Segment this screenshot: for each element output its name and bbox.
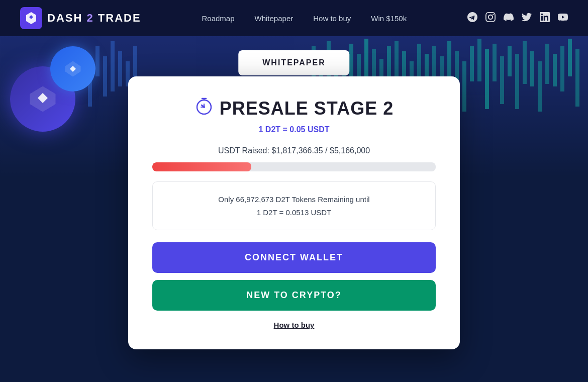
telegram-icon[interactable] — [467, 12, 477, 25]
presale-card: PRESALE STAGE 2 1 D2T = 0.05 USDT USDT R… — [128, 76, 460, 349]
navbar: DASH 2 TRADE Roadmap Whitepaper How to b… — [0, 0, 588, 36]
token-info-line1: Only 66,972,673 D2T Tokens Remaining unt… — [165, 193, 423, 206]
connect-wallet-button[interactable]: CONNECT WALLET — [152, 242, 436, 273]
progress-fill — [152, 162, 251, 171]
logo-icon — [20, 7, 42, 29]
presale-rate: 1 D2T = 0.05 USDT — [152, 125, 436, 134]
logo-text: DASH 2 TRADE — [47, 12, 141, 25]
whitepaper-float-container: WHITEPAPER — [238, 50, 349, 75]
progress-bar-container — [152, 162, 436, 171]
youtube-icon[interactable] — [558, 12, 568, 25]
whitepaper-button[interactable]: WHITEPAPER — [238, 50, 349, 75]
roadmap-link[interactable]: Roadmap — [202, 14, 234, 23]
how-to-buy-footer-link[interactable]: How to buy — [152, 321, 436, 329]
usdt-raised: USDT Raised: $1,817,366.35 / $5,166,000 — [152, 146, 436, 155]
presale-title: PRESALE STAGE 2 — [220, 98, 394, 119]
twitter-icon[interactable] — [522, 12, 532, 25]
logo: DASH 2 TRADE — [20, 7, 141, 29]
presale-header: PRESALE STAGE 2 — [152, 97, 436, 120]
nav-links: Roadmap Whitepaper How to buy Win $150k — [202, 14, 407, 23]
nav-socials — [467, 12, 568, 25]
main-content: PRESALE STAGE 2 1 D2T = 0.05 USDT USDT R… — [0, 36, 588, 382]
token-info-line2: 1 D2T = 0.0513 USDT — [165, 206, 423, 219]
timer-icon — [194, 97, 214, 120]
token-info-box: Only 66,972,673 D2T Tokens Remaining unt… — [152, 181, 436, 230]
how-to-buy-nav-link[interactable]: How to buy — [313, 14, 351, 23]
linkedin-icon[interactable] — [540, 12, 550, 25]
instagram-icon[interactable] — [485, 12, 496, 25]
whitepaper-nav-link[interactable]: Whitepaper — [255, 14, 293, 23]
win-link[interactable]: Win $150k — [371, 14, 407, 23]
new-to-crypto-button[interactable]: NEW TO CRYPTO? — [152, 280, 436, 311]
discord-icon[interactable] — [504, 12, 514, 25]
